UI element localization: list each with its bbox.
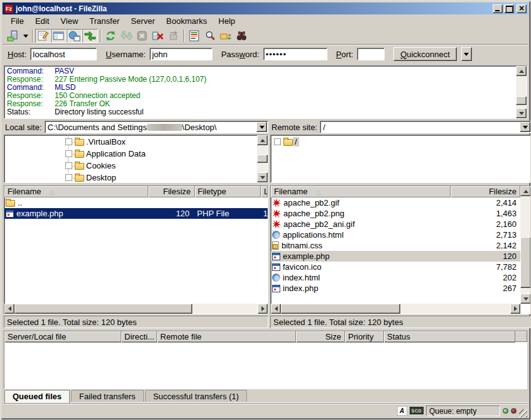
local-tree-item-application-data[interactable]: Application Data [5,148,256,160]
remote-tree-item-root[interactable]: / [271,136,520,148]
menu-server[interactable]: Server [125,15,160,27]
scroll-thumb[interactable] [14,304,192,314]
tree-expander-icon[interactable] [65,150,72,157]
queue-column-direction[interactable]: Directi... [121,331,157,343]
remote-file-row-index-html[interactable]: index.html 202 [271,272,520,283]
local-column-filesize[interactable]: Filesize [148,186,195,197]
toggle-message-log-button[interactable] [35,29,51,43]
local-tree-vertical-scrollbar[interactable] [257,135,268,182]
local-site-dropdown-button[interactable] [256,122,267,132]
close-button[interactable] [517,4,527,13]
host-input[interactable] [30,48,97,60]
queue-column-remote-file[interactable]: Remote file [157,331,296,343]
menu-bookmarks[interactable]: Bookmarks [161,15,213,27]
site-manager-dropdown-button[interactable] [21,29,30,43]
tab-successful-transfers[interactable]: Successful transfers (1) [145,390,248,402]
username-input[interactable] [150,48,212,60]
filter-button[interactable] [187,29,202,43]
resize-grip[interactable] [519,409,527,417]
queue-column-server-local-file[interactable]: Server/Local file [4,331,121,343]
queue-column-priority[interactable]: Priority [345,331,384,343]
scroll-up-button[interactable] [516,66,527,76]
local-site-combo[interactable]: C:\Documents and Settings\Desktop\ [45,121,268,133]
remote-file-row-favicon-ico[interactable]: favicon.ico 7,782 [271,262,520,272]
remote-file-row-applications-html[interactable]: applications.html 2,713 [271,229,520,240]
scroll-up-button[interactable] [257,135,268,145]
queue-column-status[interactable]: Status [384,331,515,343]
remote-file-row-example-php[interactable]: example.php 120 [271,251,520,262]
local-tree-item-desktop[interactable]: Desktop [5,172,256,183]
scroll-up-button[interactable] [520,186,531,196]
synchronized-browsing-button[interactable] [218,29,234,43]
toggle-local-tree-button[interactable] [51,29,67,43]
local-column-filename[interactable]: Filename [4,186,148,197]
menu-file[interactable]: File [5,15,30,27]
menu-edit[interactable]: Edit [30,15,55,27]
local-column-filetype[interactable]: Filetype [195,186,261,197]
menu-view[interactable]: View [55,15,84,27]
site-manager-button[interactable] [5,29,21,43]
remote-file-row-index-php[interactable]: index.php 267 [271,283,520,294]
remote-column-filename[interactable]: Filename [271,186,451,197]
toggle-remote-tree-button[interactable] [67,29,82,43]
scroll-track[interactable] [520,196,531,294]
scroll-track[interactable] [281,304,510,314]
scroll-down-button[interactable] [520,294,531,304]
queue-column-size[interactable]: Size [296,331,345,343]
local-tree-item-cookies[interactable]: Cookies [5,160,256,172]
log-vertical-scrollbar[interactable] [516,66,527,118]
scroll-left-button[interactable] [271,304,281,314]
tab-queued-files[interactable]: Queued files [4,390,70,403]
quickconnect-button[interactable]: Quickconnect [393,47,457,61]
remote-site-combo[interactable]: / [320,121,531,133]
maximize-button[interactable] [504,4,514,13]
remote-site-dropdown-button[interactable] [520,122,530,132]
scroll-thumb[interactable] [520,237,531,288]
local-file-row-parent[interactable]: .. [4,197,268,208]
password-input[interactable] [263,48,327,60]
tree-expander-icon[interactable] [65,162,72,169]
quickconnect-dropdown-button[interactable] [461,47,472,61]
menu-help[interactable]: Help [213,15,241,27]
local-column-last-modified[interactable]: L [261,186,268,197]
scroll-thumb[interactable] [281,304,400,314]
scroll-right-button[interactable] [510,304,520,314]
toggle-transfer-queue-button[interactable] [82,29,98,43]
transfer-type-icon[interactable]: A [397,406,407,416]
scroll-left-button[interactable] [4,304,14,314]
remote-vertical-scrollbar[interactable] [520,186,531,304]
menu-transfer[interactable]: Transfer [84,15,125,27]
scroll-down-button[interactable] [257,172,268,182]
find-files-button[interactable] [234,29,249,43]
scroll-track[interactable] [516,76,527,108]
speed-limits-icon[interactable]: SCD [410,407,424,414]
directory-comparison-button[interactable] [202,29,218,43]
tree-expander-icon[interactable] [65,174,72,181]
reconnect-button[interactable] [166,29,182,43]
process-queue-button[interactable] [119,29,134,43]
queue-body[interactable] [4,342,527,389]
local-file-row-example-php[interactable]: example.php 120 PHP File 1 [4,208,268,219]
scroll-right-button[interactable] [258,304,268,314]
tree-expander-icon[interactable] [65,138,72,145]
remote-file-row-apache-pb2-gif[interactable]: apache_pb2.gif 2,414 [271,197,520,208]
scroll-thumb[interactable] [257,155,268,163]
scroll-track[interactable] [14,304,258,314]
local-tree-item-virtualbox[interactable]: .VirtualBox [5,136,256,148]
minimize-button[interactable] [493,4,503,13]
scroll-track[interactable] [257,145,268,172]
disconnect-button[interactable] [150,29,166,43]
local-horizontal-scrollbar[interactable] [4,304,268,314]
remote-file-row-bitnami-css[interactable]: bitnami.css 2,142 [271,240,520,251]
scroll-thumb[interactable] [516,96,527,105]
tree-expander-icon[interactable] [274,138,281,145]
scroll-down-button[interactable] [516,108,527,118]
remote-file-row-apache-pb2-ani-gif[interactable]: apache_pb2_ani.gif 2,160 [271,219,520,229]
remote-file-row-apache-pb2-png[interactable]: apache_pb2.png 1,463 [271,208,520,219]
tab-failed-transfers[interactable]: Failed transfers [71,390,144,402]
remote-column-filesize[interactable]: Filesize [451,186,520,197]
cancel-operation-button[interactable] [134,29,150,43]
remote-horizontal-scrollbar[interactable] [271,304,520,314]
refresh-button[interactable] [103,29,119,43]
port-input[interactable] [357,48,385,60]
